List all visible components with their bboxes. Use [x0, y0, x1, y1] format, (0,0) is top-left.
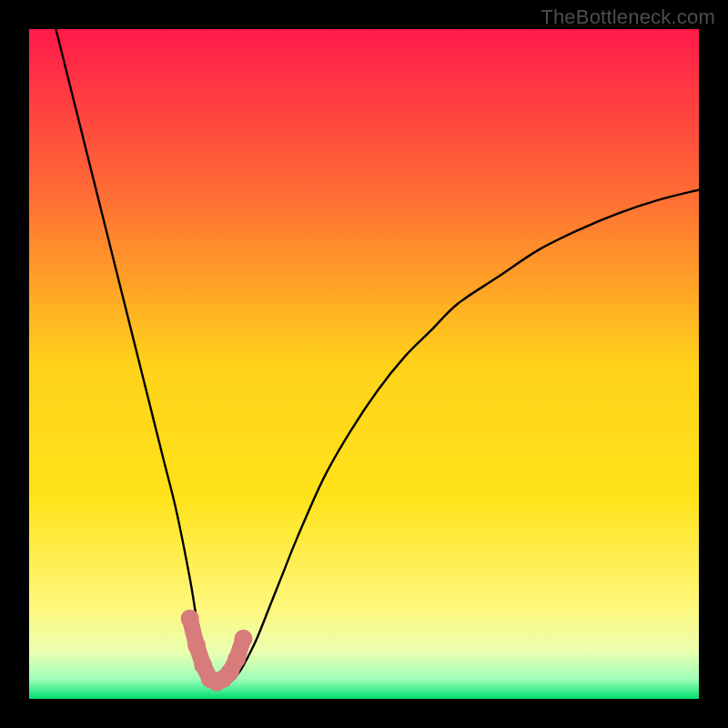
- trough-marker-dot: [187, 636, 206, 654]
- trough-marker-dot: [181, 610, 199, 628]
- trough-marker-dot: [235, 630, 253, 648]
- watermark-text: TheBottleneck.com: [541, 5, 715, 29]
- plot-area: [29, 29, 699, 699]
- gradient-background: [29, 29, 699, 699]
- trough-marker-dot: [228, 650, 246, 668]
- chart-stage: TheBottleneck.com: [0, 0, 728, 728]
- bottleneck-chart: [29, 29, 699, 699]
